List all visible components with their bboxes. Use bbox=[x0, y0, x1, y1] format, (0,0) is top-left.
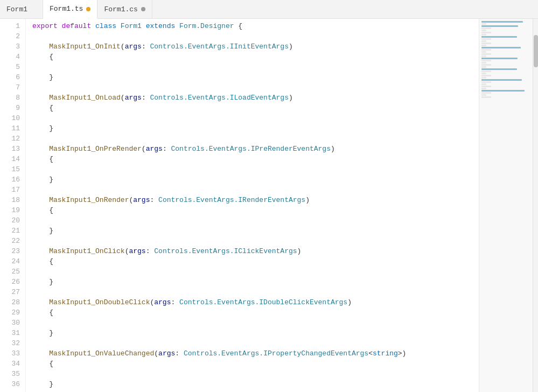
code-line-1: export default class Form1 extends Form.… bbox=[32, 21, 479, 31]
code-line-24: { bbox=[32, 256, 479, 267]
minimap-line bbox=[481, 94, 486, 96]
code-editor[interactable]: 1234567891011121314151617181920212223242… bbox=[0, 19, 479, 392]
minimap-line bbox=[481, 32, 491, 33]
main-area: 1234567891011121314151617181920212223242… bbox=[0, 19, 538, 392]
code-line-4: { bbox=[32, 52, 479, 62]
minimap-content bbox=[479, 19, 533, 101]
tab-bar: Form1 Form1.ts Form1.cs bbox=[0, 0, 538, 19]
code-line-3: MaskInput1_OnInit(args: Controls.EventAr… bbox=[32, 41, 479, 52]
minimap-line bbox=[481, 83, 486, 85]
minimap-line bbox=[481, 45, 486, 46]
line-number-22: 22 bbox=[0, 236, 20, 246]
line-number-16: 16 bbox=[0, 174, 20, 185]
line-number-30: 30 bbox=[0, 318, 20, 328]
minimap-line bbox=[481, 30, 486, 31]
minimap-line bbox=[481, 51, 486, 53]
minimap-line bbox=[481, 58, 518, 59]
code-line-8: MaskInput1_OnLoad(args: Controls.EventAr… bbox=[32, 93, 479, 103]
line-numbers: 1234567891011121314151617181920212223242… bbox=[0, 19, 26, 392]
code-line-20 bbox=[32, 215, 479, 226]
minimap-line bbox=[481, 71, 491, 72]
code-line-12 bbox=[32, 134, 479, 144]
code-line-14: { bbox=[32, 154, 479, 164]
line-number-20: 20 bbox=[0, 215, 20, 226]
line-number-35: 35 bbox=[0, 369, 20, 379]
line-number-14: 14 bbox=[0, 154, 20, 164]
code-line-27 bbox=[32, 287, 479, 297]
tab-form1[interactable]: Form1 bbox=[0, 0, 43, 18]
minimap bbox=[479, 19, 533, 392]
code-line-30 bbox=[32, 318, 479, 328]
line-number-25: 25 bbox=[0, 267, 20, 277]
code-line-19: { bbox=[32, 205, 479, 215]
line-number-34: 34 bbox=[0, 359, 20, 369]
code-line-34: { bbox=[32, 359, 479, 369]
line-number-15: 15 bbox=[0, 164, 20, 174]
code-line-31: } bbox=[32, 328, 479, 338]
minimap-line bbox=[481, 60, 491, 61]
code-line-26: } bbox=[32, 277, 479, 287]
minimap-line bbox=[481, 88, 486, 89]
code-line-22 bbox=[32, 236, 479, 246]
line-number-11: 11 bbox=[0, 123, 20, 134]
tab-form1cs-label: Form1.cs bbox=[104, 5, 137, 13]
line-number-9: 9 bbox=[0, 103, 20, 113]
line-number-29: 29 bbox=[0, 307, 20, 318]
tab-form1ts[interactable]: Form1.ts bbox=[43, 0, 97, 19]
minimap-line bbox=[481, 47, 521, 48]
tab-form1cs[interactable]: Form1.cs bbox=[97, 0, 152, 18]
minimap-line bbox=[481, 27, 491, 29]
line-number-7: 7 bbox=[0, 82, 20, 93]
line-number-31: 31 bbox=[0, 328, 20, 338]
code-line-5 bbox=[32, 62, 479, 72]
code-line-9: { bbox=[32, 103, 479, 113]
tab-form1cs-modified-dot bbox=[141, 7, 145, 11]
minimap-line bbox=[481, 79, 522, 81]
line-number-13: 13 bbox=[0, 144, 20, 154]
code-line-10 bbox=[32, 113, 479, 123]
tab-form1ts-label: Form1.ts bbox=[50, 5, 83, 13]
minimap-line bbox=[481, 92, 491, 94]
code-line-28: MaskInput1_OnDoubleClick(args: Controls.… bbox=[32, 297, 479, 307]
line-number-23: 23 bbox=[0, 246, 20, 256]
code-line-21: } bbox=[32, 226, 479, 236]
line-number-27: 27 bbox=[0, 287, 20, 297]
line-number-24: 24 bbox=[0, 256, 20, 267]
line-number-8: 8 bbox=[0, 93, 20, 103]
code-line-6: } bbox=[32, 72, 479, 82]
minimap-line bbox=[481, 49, 491, 51]
scrollbar-thumb[interactable] bbox=[534, 35, 538, 67]
minimap-line bbox=[481, 66, 486, 68]
minimap-line bbox=[481, 55, 486, 57]
line-number-36: 36 bbox=[0, 379, 20, 389]
line-number-2: 2 bbox=[0, 31, 20, 41]
minimap-line bbox=[481, 62, 486, 64]
minimap-line bbox=[481, 21, 523, 23]
line-number-12: 12 bbox=[0, 134, 20, 144]
scrollbar[interactable] bbox=[533, 19, 538, 392]
line-number-3: 3 bbox=[0, 41, 20, 52]
code-line-36: } bbox=[32, 379, 479, 389]
code-line-29: { bbox=[32, 307, 479, 318]
code-line-16: } bbox=[32, 174, 479, 185]
minimap-line bbox=[481, 43, 491, 44]
minimap-line bbox=[481, 75, 491, 76]
code-line-2 bbox=[32, 31, 479, 41]
line-number-10: 10 bbox=[0, 113, 20, 123]
minimap-line bbox=[481, 38, 491, 40]
minimap-line bbox=[481, 90, 525, 92]
minimap-line bbox=[481, 64, 491, 66]
line-number-6: 6 bbox=[0, 72, 20, 82]
minimap-line bbox=[481, 36, 517, 38]
code-line-33: MaskInput1_OnValueChanged(args: Controls… bbox=[32, 348, 479, 359]
line-number-4: 4 bbox=[0, 52, 20, 62]
code-line-32 bbox=[32, 338, 479, 348]
code-line-11: } bbox=[32, 123, 479, 134]
code-content[interactable]: export default class Form1 extends Form.… bbox=[26, 19, 479, 392]
minimap-line bbox=[481, 53, 491, 55]
code-line-7 bbox=[32, 82, 479, 93]
minimap-line bbox=[481, 73, 486, 74]
line-number-26: 26 bbox=[0, 277, 20, 287]
code-line-25 bbox=[32, 267, 479, 277]
line-number-33: 33 bbox=[0, 348, 20, 359]
